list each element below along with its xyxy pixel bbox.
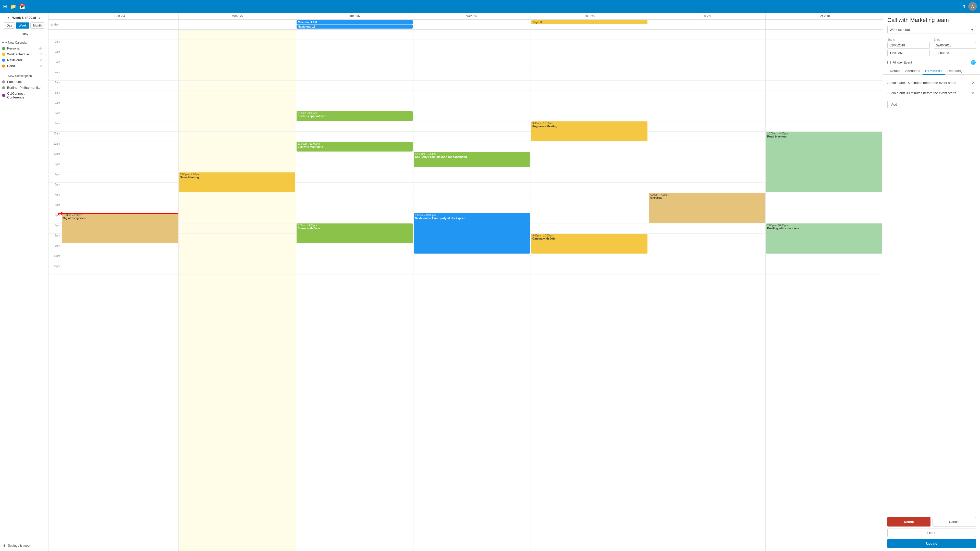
hour-cell-3-22[interactable] xyxy=(414,254,531,264)
hour-cell-2-2[interactable] xyxy=(296,50,413,60)
hour-cell-2-17[interactable] xyxy=(296,203,413,213)
calendar-event[interactable]: 8:00pm - 10:00pmCinema with John xyxy=(531,233,648,254)
sidebar-item-nextcloud[interactable]: Nextcloud ↗ ··· xyxy=(0,57,48,63)
hour-cell-3-3[interactable] xyxy=(414,60,531,70)
hour-cell-3-1[interactable] xyxy=(414,40,531,50)
personal-link-icon[interactable]: 🔗 xyxy=(38,46,42,50)
hour-cell-2-12[interactable] xyxy=(296,152,413,162)
hour-cell-6-2[interactable] xyxy=(765,50,883,60)
hour-cell-2-16[interactable] xyxy=(296,193,413,203)
hour-cell-3-11[interactable] xyxy=(414,142,531,152)
hour-cell-0-1[interactable] xyxy=(61,40,178,50)
work-share-icon[interactable]: ↗ xyxy=(40,52,42,56)
hour-cell-4-7[interactable] xyxy=(531,101,648,111)
day-column-sun[interactable]: 6:00pm - 9:00pmGig at Biergarten xyxy=(61,30,179,551)
end-time-value[interactable]: 12:00 PM xyxy=(934,50,976,56)
calendar-select[interactable]: Work schedule Personal Nextcloud Band xyxy=(887,26,976,33)
hour-cell-4-22[interactable] xyxy=(531,254,648,264)
hour-cell-1-9[interactable] xyxy=(179,121,296,132)
calendar-event[interactable]: 6:00pm - 9:00pmGig at Biergarten xyxy=(62,213,178,243)
avatar[interactable]: A xyxy=(968,2,977,11)
hour-cell-5-5[interactable] xyxy=(648,81,765,91)
calendar-event[interactable]: 4:00pm - 7:00pmrehearsal xyxy=(649,193,765,223)
hour-cell-1-21[interactable] xyxy=(179,244,296,254)
hour-cell-6-3[interactable] xyxy=(765,60,883,70)
hour-cell-1-18[interactable] xyxy=(179,213,296,224)
upload-icon[interactable]: ⬆ xyxy=(963,4,966,9)
hour-cell-2-18[interactable] xyxy=(296,213,413,224)
hour-cell-1-17[interactable] xyxy=(179,203,296,213)
hour-cell-0-22[interactable] xyxy=(61,254,178,264)
hour-cell-2-13[interactable] xyxy=(296,162,413,172)
hour-cell-3-17[interactable] xyxy=(414,203,531,213)
hour-cell-4-16[interactable] xyxy=(531,193,648,203)
tab-repeating[interactable]: Repeating xyxy=(945,67,965,75)
hour-cell-0-13[interactable] xyxy=(61,162,178,172)
hour-cell-5-19[interactable] xyxy=(648,224,765,233)
hour-cell-5-8[interactable] xyxy=(648,111,765,121)
hour-cell-5-10[interactable] xyxy=(648,132,765,142)
hour-cell-4-5[interactable] xyxy=(531,81,648,91)
hour-cell-2-4[interactable] xyxy=(296,70,413,81)
calconnect-more-icon[interactable]: ··· xyxy=(43,94,46,97)
export-button[interactable]: Export xyxy=(887,529,976,537)
update-button[interactable]: Update xyxy=(887,539,976,548)
hour-cell-1-8[interactable] xyxy=(179,111,296,121)
nextcloud-more-icon[interactable]: ··· xyxy=(43,58,46,62)
hour-cell-3-4[interactable] xyxy=(414,70,531,81)
allday-thu[interactable]: Day off xyxy=(531,20,648,29)
hour-cell-2-10[interactable] xyxy=(296,132,413,142)
hour-cell-2-0[interactable] xyxy=(296,30,413,40)
hour-cell-4-19[interactable] xyxy=(531,224,648,233)
allday-sun[interactable] xyxy=(61,20,179,29)
hour-cell-0-11[interactable] xyxy=(61,142,178,152)
hour-cell-5-12[interactable] xyxy=(648,152,765,162)
day-column-tue[interactable]: 8:00am - 9:00amDoctor's appointment11:00… xyxy=(296,30,414,551)
hour-cell-5-6[interactable] xyxy=(648,91,765,101)
hour-cell-5-3[interactable] xyxy=(648,60,765,70)
folder-icon[interactable]: 📁 xyxy=(10,3,16,10)
hour-cell-0-16[interactable] xyxy=(61,193,178,203)
day-column-thu[interactable]: 9:00am - 11:00amEngineers Meeting8:00pm … xyxy=(531,30,648,551)
hour-cell-5-7[interactable] xyxy=(648,101,765,111)
allday-sat[interactable] xyxy=(765,20,883,29)
new-calendar-button[interactable]: + + New Calendar xyxy=(0,40,48,45)
sidebar-item-facebook[interactable]: Facebook ··· xyxy=(0,79,48,85)
hour-cell-5-2[interactable] xyxy=(648,50,765,60)
hour-cell-6-16[interactable] xyxy=(765,193,883,203)
hour-cell-4-11[interactable] xyxy=(531,142,648,152)
sidebar-item-work-schedule[interactable]: Work schedule ↗ ··· xyxy=(0,51,48,57)
hour-cell-3-15[interactable] xyxy=(414,183,531,193)
hour-cell-2-3[interactable] xyxy=(296,60,413,70)
hour-cell-4-1[interactable] xyxy=(531,40,648,50)
hour-cell-1-23[interactable] xyxy=(179,264,296,275)
settings-import-button[interactable]: ⚙ Settings & import xyxy=(2,542,46,549)
hour-cell-6-23[interactable] xyxy=(765,264,883,275)
hour-cell-1-3[interactable] xyxy=(179,60,296,70)
calendar-event[interactable]: 8:00am - 9:00amDoctor's appointment xyxy=(297,111,413,121)
hour-cell-4-4[interactable] xyxy=(531,70,648,81)
hour-cell-6-5[interactable] xyxy=(765,81,883,91)
hour-cell-3-7[interactable] xyxy=(414,101,531,111)
hour-cell-3-8[interactable] xyxy=(414,111,531,121)
nextcloud-share-icon[interactable]: ↗ xyxy=(40,58,42,62)
allday-mon[interactable] xyxy=(179,20,296,29)
hour-cell-5-0[interactable] xyxy=(648,30,765,40)
calendar-icon[interactable]: 📅 xyxy=(19,3,25,10)
berliner-more-icon[interactable]: ··· xyxy=(43,86,46,89)
calendar-event[interactable]: 10:00am - 4:00pmRoad bike tour xyxy=(766,132,882,192)
hour-cell-6-1[interactable] xyxy=(765,40,883,50)
view-day-button[interactable]: Day xyxy=(4,22,15,29)
hour-cell-6-8[interactable] xyxy=(765,111,883,121)
today-button[interactable]: Today xyxy=(2,30,46,37)
start-date-value[interactable]: 02/06/2018 xyxy=(887,42,930,49)
allday-event-calendar[interactable]: Calendar 1.6.0 xyxy=(297,20,413,24)
hour-cell-0-7[interactable] xyxy=(61,101,178,111)
tab-details[interactable]: Details xyxy=(887,67,903,75)
sidebar-item-personal[interactable]: Personal 🔗 ··· xyxy=(0,45,48,51)
band-share-icon[interactable]: ↗ xyxy=(40,64,42,68)
allday-tue[interactable]: Calendar 1.6.0 Nextcloud 13 xyxy=(296,20,414,29)
hour-cell-4-23[interactable] xyxy=(531,264,648,275)
tab-reminders[interactable]: Reminders xyxy=(923,67,945,75)
hour-cell-1-4[interactable] xyxy=(179,70,296,81)
